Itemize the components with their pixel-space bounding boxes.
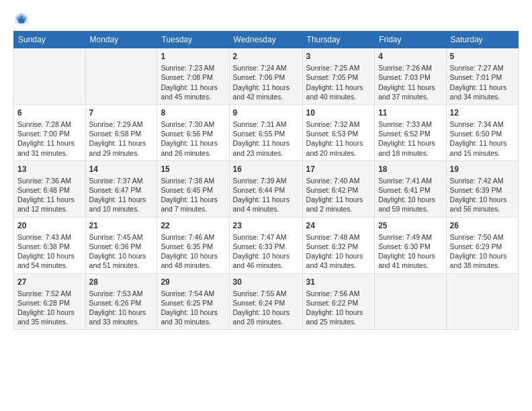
daylight-text: Daylight: 10 hours and 54 minutes.	[17, 251, 82, 270]
day-content: Sunrise: 7:36 AMSunset: 6:48 PMDaylight:…	[17, 176, 82, 214]
daylight-text: Daylight: 10 hours and 33 minutes.	[89, 308, 154, 326]
sunset-text: Sunset: 6:55 PM	[233, 129, 299, 138]
header-cell-thursday: Thursday	[302, 32, 375, 48]
day-content: Sunrise: 7:46 AMSunset: 6:35 PMDaylight:…	[161, 232, 225, 271]
day-cell: 17Sunrise: 7:40 AMSunset: 6:42 PMDayligh…	[302, 161, 375, 217]
day-cell: 14Sunrise: 7:37 AMSunset: 6:47 PMDayligh…	[85, 161, 157, 217]
daylight-text: Daylight: 10 hours and 30 minutes.	[161, 308, 225, 326]
day-cell: 11Sunrise: 7:33 AMSunset: 6:52 PMDayligh…	[375, 104, 446, 161]
calendar-table: SundayMondayTuesdayWednesdayThursdayFrid…	[13, 31, 519, 330]
sunrise-text: Sunrise: 7:37 AM	[89, 176, 154, 185]
sunset-text: Sunset: 6:24 PM	[233, 298, 299, 308]
day-number: 31	[306, 277, 371, 287]
sunrise-text: Sunrise: 7:38 AM	[161, 176, 225, 185]
daylight-text: Daylight: 10 hours and 46 minutes.	[233, 251, 299, 270]
daylight-text: Daylight: 10 hours and 43 minutes.	[306, 251, 371, 270]
sunset-text: Sunset: 6:39 PM	[450, 185, 515, 195]
day-number: 3	[306, 51, 371, 62]
day-content: Sunrise: 7:45 AMSunset: 6:36 PMDaylight:…	[89, 232, 154, 271]
sunset-text: Sunset: 6:48 PM	[17, 185, 82, 195]
sunset-text: Sunset: 6:58 PM	[89, 129, 154, 138]
day-number: 19	[450, 164, 515, 175]
daylight-text: Daylight: 10 hours and 25 minutes.	[306, 308, 371, 326]
daylight-text: Daylight: 11 hours and 7 minutes.	[161, 195, 225, 214]
sunrise-text: Sunrise: 7:25 AM	[306, 63, 371, 73]
day-number: 4	[378, 51, 442, 62]
sunset-text: Sunset: 6:26 PM	[89, 298, 154, 308]
sunset-text: Sunset: 7:01 PM	[450, 73, 515, 82]
daylight-text: Daylight: 11 hours and 4 minutes.	[233, 195, 299, 214]
sunset-text: Sunset: 6:41 PM	[378, 185, 442, 195]
day-content: Sunrise: 7:38 AMSunset: 6:45 PMDaylight:…	[161, 176, 225, 214]
sunset-text: Sunset: 6:25 PM	[161, 298, 225, 308]
day-number: 20	[17, 220, 82, 231]
day-content: Sunrise: 7:29 AMSunset: 6:58 PMDaylight:…	[89, 120, 154, 158]
header-cell-sunday: Sunday	[14, 32, 86, 48]
day-cell: 27Sunrise: 7:52 AMSunset: 6:28 PMDayligh…	[14, 273, 86, 330]
sunrise-text: Sunrise: 7:55 AM	[233, 289, 299, 298]
sunrise-text: Sunrise: 7:33 AM	[378, 120, 442, 129]
sunset-text: Sunset: 6:33 PM	[233, 242, 299, 251]
sunrise-text: Sunrise: 7:56 AM	[306, 289, 371, 298]
day-content: Sunrise: 7:25 AMSunset: 7:05 PMDaylight:…	[306, 63, 371, 101]
day-content: Sunrise: 7:33 AMSunset: 6:52 PMDaylight:…	[378, 120, 442, 158]
daylight-text: Daylight: 10 hours and 28 minutes.	[233, 308, 299, 326]
day-cell: 1Sunrise: 7:23 AMSunset: 7:08 PMDaylight…	[157, 48, 229, 105]
sunrise-text: Sunrise: 7:53 AM	[89, 289, 154, 298]
day-content: Sunrise: 7:43 AMSunset: 6:38 PMDaylight:…	[17, 232, 82, 271]
sunset-text: Sunset: 6:22 PM	[306, 298, 371, 308]
sunrise-text: Sunrise: 7:28 AM	[17, 120, 82, 129]
day-number: 26	[450, 220, 515, 231]
day-cell: 21Sunrise: 7:45 AMSunset: 6:36 PMDayligh…	[85, 217, 157, 273]
sunrise-text: Sunrise: 7:40 AM	[306, 176, 371, 185]
day-cell: 9Sunrise: 7:31 AMSunset: 6:55 PMDaylight…	[229, 104, 302, 161]
daylight-text: Daylight: 11 hours and 26 minutes.	[161, 138, 225, 157]
day-cell: 2Sunrise: 7:24 AMSunset: 7:06 PMDaylight…	[229, 48, 302, 105]
day-cell: 23Sunrise: 7:47 AMSunset: 6:33 PMDayligh…	[229, 217, 302, 273]
sunset-text: Sunset: 6:29 PM	[450, 242, 515, 251]
day-cell: 18Sunrise: 7:41 AMSunset: 6:41 PMDayligh…	[375, 161, 446, 217]
day-content: Sunrise: 7:50 AMSunset: 6:29 PMDaylight:…	[450, 232, 515, 271]
week-row-2: 13Sunrise: 7:36 AMSunset: 6:48 PMDayligh…	[14, 161, 519, 217]
daylight-text: Daylight: 11 hours and 40 minutes.	[306, 83, 371, 101]
sunset-text: Sunset: 6:44 PM	[233, 185, 299, 195]
day-cell: 20Sunrise: 7:43 AMSunset: 6:38 PMDayligh…	[14, 217, 86, 273]
day-cell: 16Sunrise: 7:39 AMSunset: 6:44 PMDayligh…	[229, 161, 302, 217]
day-content: Sunrise: 7:47 AMSunset: 6:33 PMDaylight:…	[233, 232, 299, 271]
sunrise-text: Sunrise: 7:36 AM	[17, 176, 82, 185]
daylight-text: Daylight: 11 hours and 29 minutes.	[89, 138, 154, 157]
sunset-text: Sunset: 6:47 PM	[89, 185, 154, 195]
sunset-text: Sunset: 7:08 PM	[161, 73, 225, 82]
sunrise-text: Sunrise: 7:34 AM	[450, 120, 515, 129]
day-number: 1	[161, 51, 225, 62]
day-number: 11	[378, 107, 442, 118]
day-content: Sunrise: 7:53 AMSunset: 6:26 PMDaylight:…	[89, 289, 154, 327]
day-content: Sunrise: 7:23 AMSunset: 7:08 PMDaylight:…	[161, 63, 225, 101]
day-content: Sunrise: 7:42 AMSunset: 6:39 PMDaylight:…	[450, 176, 515, 214]
day-cell: 5Sunrise: 7:27 AMSunset: 7:01 PMDaylight…	[446, 48, 518, 105]
day-cell: 26Sunrise: 7:50 AMSunset: 6:29 PMDayligh…	[446, 217, 518, 273]
sunrise-text: Sunrise: 7:32 AM	[306, 120, 371, 129]
day-number: 24	[306, 220, 371, 231]
page: SundayMondayTuesdayWednesdayThursdayFrid…	[0, 0, 532, 411]
header-cell-tuesday: Tuesday	[157, 32, 229, 48]
daylight-text: Daylight: 11 hours and 42 minutes.	[233, 83, 299, 101]
day-number: 15	[161, 164, 225, 175]
day-number: 12	[450, 107, 515, 118]
sunset-text: Sunset: 6:45 PM	[161, 185, 225, 195]
sunrise-text: Sunrise: 7:43 AM	[17, 232, 82, 242]
sunrise-text: Sunrise: 7:41 AM	[378, 176, 442, 185]
day-number: 17	[306, 164, 371, 175]
day-cell: 12Sunrise: 7:34 AMSunset: 6:50 PMDayligh…	[446, 104, 518, 161]
daylight-text: Daylight: 11 hours and 20 minutes.	[306, 138, 371, 157]
sunrise-text: Sunrise: 7:24 AM	[233, 63, 299, 73]
day-cell: 30Sunrise: 7:55 AMSunset: 6:24 PMDayligh…	[229, 273, 302, 330]
calendar-body: 1Sunrise: 7:23 AMSunset: 7:08 PMDaylight…	[14, 48, 519, 330]
day-cell: 24Sunrise: 7:48 AMSunset: 6:32 PMDayligh…	[302, 217, 375, 273]
sunrise-text: Sunrise: 7:45 AM	[89, 232, 154, 242]
sunset-text: Sunset: 6:28 PM	[17, 298, 82, 308]
day-number: 23	[233, 220, 299, 231]
daylight-text: Daylight: 11 hours and 23 minutes.	[233, 138, 299, 157]
header-cell-monday: Monday	[85, 32, 157, 48]
day-content: Sunrise: 7:54 AMSunset: 6:25 PMDaylight:…	[161, 289, 225, 327]
